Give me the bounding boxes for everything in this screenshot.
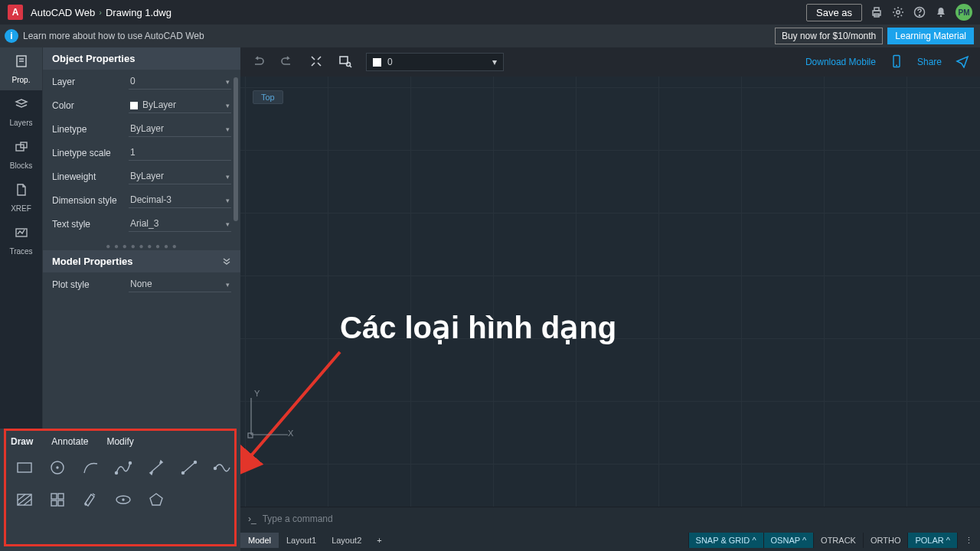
prop-value-layer[interactable]: 0▾ bbox=[129, 73, 231, 90]
rail-label: Blocks bbox=[10, 161, 32, 170]
prop-row-textstyle: Text style Arial_3▾ bbox=[52, 212, 231, 236]
buy-now-button[interactable]: Buy now for $10/month bbox=[775, 28, 883, 44]
send-icon[interactable] bbox=[954, 54, 971, 70]
color-swatch bbox=[130, 102, 138, 109]
traces-icon bbox=[14, 225, 29, 244]
snap-grid-toggle[interactable]: SNAP & GRID ^ bbox=[688, 533, 763, 548]
download-mobile-link[interactable]: Download Mobile bbox=[805, 57, 876, 67]
prop-label: Color bbox=[52, 100, 129, 111]
layer-dropdown[interactable]: 0 ▾ bbox=[366, 53, 504, 71]
layer-name: 0 bbox=[387, 57, 393, 67]
info-icon: i bbox=[0, 29, 23, 43]
prop-label: Lineweight bbox=[52, 171, 129, 182]
chevron-down-icon: ▾ bbox=[492, 57, 497, 67]
prop-row-dimstyle: Dimension style Decimal-3▾ bbox=[52, 188, 231, 212]
prop-label: Linetype scale bbox=[52, 148, 129, 158]
ucs-icon: Y X bbox=[242, 390, 296, 445]
drawing-canvas[interactable]: Top Các loại hình dạng Y X bbox=[240, 77, 980, 507]
chevron-down-icon: ▾ bbox=[226, 197, 230, 204]
learning-material-button[interactable]: Learning Material bbox=[887, 28, 974, 44]
object-properties-header[interactable]: Object Properties bbox=[43, 47, 240, 70]
collapse-icon bbox=[222, 257, 231, 266]
zoom-window-icon[interactable] bbox=[337, 54, 354, 70]
prop-row-ltscale: Linetype scale 1 bbox=[52, 141, 231, 165]
add-layout-button[interactable]: + bbox=[369, 533, 389, 548]
mobile-icon[interactable] bbox=[888, 54, 905, 70]
command-bar[interactable]: ›_ Type a command bbox=[240, 507, 980, 530]
rail-tab-blocks[interactable]: Blocks bbox=[0, 133, 42, 176]
chevron-down-icon: ▾ bbox=[226, 220, 230, 228]
canvas-toolbar: 0 ▾ Download Mobile Share bbox=[240, 47, 980, 77]
print-icon[interactable] bbox=[870, 5, 884, 19]
polar-toggle[interactable]: POLAR ^ bbox=[907, 533, 957, 548]
prop-row-linetype: Linetype ByLayer▾ bbox=[52, 117, 231, 141]
prop-value-plotstyle[interactable]: None▾ bbox=[129, 276, 231, 292]
properties-icon bbox=[14, 54, 29, 73]
prop-row-color: Color ByLayer▾ bbox=[52, 93, 231, 117]
chevron-up-icon: ^ bbox=[752, 536, 756, 545]
info-message[interactable]: Learn more about how to use AutoCAD Web bbox=[23, 31, 775, 41]
workspace: 0 ▾ Download Mobile Share Top Các loại h… bbox=[240, 47, 980, 551]
chevron-right-icon: › bbox=[99, 8, 102, 17]
prop-label: Linetype bbox=[52, 124, 129, 135]
rail-label: XREF bbox=[11, 204, 31, 213]
annotation-text: Các loại hình dạng bbox=[340, 310, 616, 345]
chevron-up-icon: ^ bbox=[946, 536, 950, 545]
undo-icon[interactable] bbox=[250, 54, 266, 70]
chevron-down-icon: ▾ bbox=[226, 102, 230, 109]
ortho-toggle[interactable]: ORTHO bbox=[863, 533, 908, 548]
prop-row-plotstyle: Plot style None▾ bbox=[52, 272, 231, 296]
layer-color-swatch bbox=[373, 58, 381, 67]
blocks-icon bbox=[14, 139, 29, 158]
app-name[interactable]: AutoCAD Web bbox=[31, 7, 95, 18]
model-tab[interactable]: Model bbox=[240, 533, 279, 548]
notifications-icon[interactable] bbox=[934, 5, 948, 19]
svg-point-5 bbox=[919, 15, 920, 15]
layout1-tab[interactable]: Layout1 bbox=[279, 533, 324, 548]
help-icon[interactable] bbox=[913, 5, 926, 19]
prop-value-textstyle[interactable]: Arial_3▾ bbox=[129, 216, 231, 232]
prop-label: Layer bbox=[52, 77, 129, 87]
otrack-toggle[interactable]: OTRACK bbox=[813, 533, 863, 548]
settings-icon[interactable] bbox=[891, 5, 905, 19]
file-name[interactable]: Drawing 1.dwg bbox=[106, 7, 172, 18]
command-placeholder: Type a command bbox=[263, 514, 333, 524]
share-link[interactable]: Share bbox=[917, 57, 942, 67]
osnap-toggle[interactable]: OSNAP ^ bbox=[763, 533, 814, 548]
breadcrumb: AutoCAD Web › Drawing 1.dwg bbox=[31, 7, 172, 18]
prop-value-color[interactable]: ByLayer▾ bbox=[129, 97, 231, 113]
prop-value-ltscale[interactable]: 1 bbox=[129, 145, 231, 161]
svg-point-14 bbox=[347, 62, 351, 66]
object-properties-body: Layer 0▾ Color ByLayer▾ Linetype ByLayer… bbox=[43, 70, 240, 242]
rail-label: Prop. bbox=[12, 76, 31, 84]
prop-label: Dimension style bbox=[52, 195, 129, 206]
panel-scrollbar[interactable] bbox=[234, 77, 238, 221]
layers-icon bbox=[14, 96, 29, 116]
save-as-button[interactable]: Save as bbox=[806, 4, 862, 21]
rail-tab-layers[interactable]: Layers bbox=[0, 90, 42, 133]
layout2-tab[interactable]: Layout2 bbox=[324, 533, 369, 548]
app-logo[interactable]: A bbox=[8, 5, 23, 20]
user-avatar[interactable]: PM bbox=[956, 4, 972, 21]
extents-icon[interactable] bbox=[308, 54, 325, 70]
model-properties-header[interactable]: Model Properties bbox=[43, 250, 240, 272]
prop-label: Text style bbox=[52, 219, 129, 230]
redo-icon[interactable] bbox=[279, 54, 296, 70]
chevron-down-icon: ▾ bbox=[226, 78, 230, 86]
svg-point-3 bbox=[897, 11, 900, 14]
chevron-up-icon: ^ bbox=[802, 536, 806, 545]
prop-value-dimstyle[interactable]: Decimal-3▾ bbox=[129, 192, 231, 208]
highlight-box bbox=[4, 429, 237, 546]
rail-tab-traces[interactable]: Traces bbox=[0, 219, 42, 262]
svg-rect-13 bbox=[340, 57, 348, 64]
view-badge[interactable]: Top bbox=[253, 90, 283, 104]
chevron-down-icon: ▾ bbox=[226, 281, 230, 289]
panel-resize-handle[interactable]: ● ● ● ● ● ● ● ● ● bbox=[43, 242, 240, 250]
prop-value-lineweight[interactable]: ByLayer▾ bbox=[129, 168, 231, 184]
prop-row-lineweight: Lineweight ByLayer▾ bbox=[52, 165, 231, 188]
more-status-icon[interactable]: ⋮ bbox=[957, 533, 980, 549]
command-chevron-icon: ›_ bbox=[248, 514, 256, 524]
rail-tab-xref[interactable]: XREF bbox=[0, 176, 42, 219]
prop-value-linetype[interactable]: ByLayer▾ bbox=[129, 121, 231, 137]
rail-tab-properties[interactable]: Prop. bbox=[0, 47, 42, 90]
